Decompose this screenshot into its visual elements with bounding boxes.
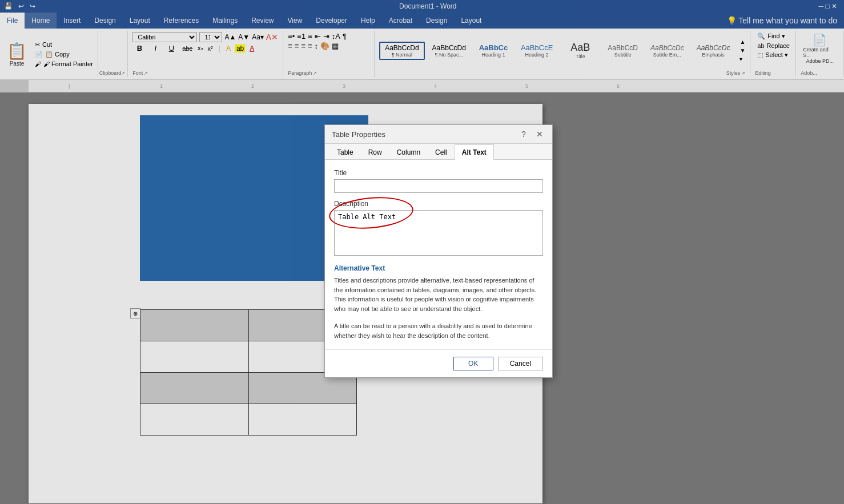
dialog-help-button[interactable]: ? [518, 128, 529, 140]
alt-text-para2: A title can be read to a person with a d… [334, 321, 543, 340]
tab-table[interactable]: Table [329, 144, 361, 160]
alt-text-section: Alternative Text Titles and descriptions… [334, 264, 543, 340]
document-area: ⊕ Table Properties [0, 92, 844, 504]
dialog-close-button[interactable]: ✕ [534, 128, 545, 140]
title-field-input[interactable] [334, 179, 543, 193]
dialog-body: Title Description Table Alt Text Alterna… [325, 160, 552, 349]
alt-text-heading: Alternative Text [334, 264, 543, 272]
description-field-textarea[interactable]: Table Alt Text [334, 210, 543, 256]
description-field-label: Description [334, 200, 543, 208]
tab-row[interactable]: Row [361, 144, 389, 160]
tab-alt-text[interactable]: Alt Text [455, 144, 494, 160]
cancel-button[interactable]: Cancel [498, 357, 543, 370]
dialog-title: Table Properties [332, 130, 385, 139]
title-field-label: Title [334, 169, 543, 177]
alt-text-para1: Titles and descriptions provide alternat… [334, 276, 543, 313]
ok-button[interactable]: OK [453, 357, 493, 370]
modal-overlay: Table Properties ? ✕ Table Row Column Ce… [0, 92, 844, 504]
tab-column[interactable]: Column [389, 144, 428, 160]
dialog-title-bar: Table Properties ? ✕ [325, 125, 552, 144]
tab-cell[interactable]: Cell [428, 144, 455, 160]
dialog-controls: ? ✕ [518, 128, 545, 140]
dialog-footer: OK Cancel [325, 349, 552, 377]
table-properties-dialog: Table Properties ? ✕ Table Row Column Ce… [324, 124, 553, 378]
dialog-tabs: Table Row Column Cell Alt Text [325, 144, 552, 160]
